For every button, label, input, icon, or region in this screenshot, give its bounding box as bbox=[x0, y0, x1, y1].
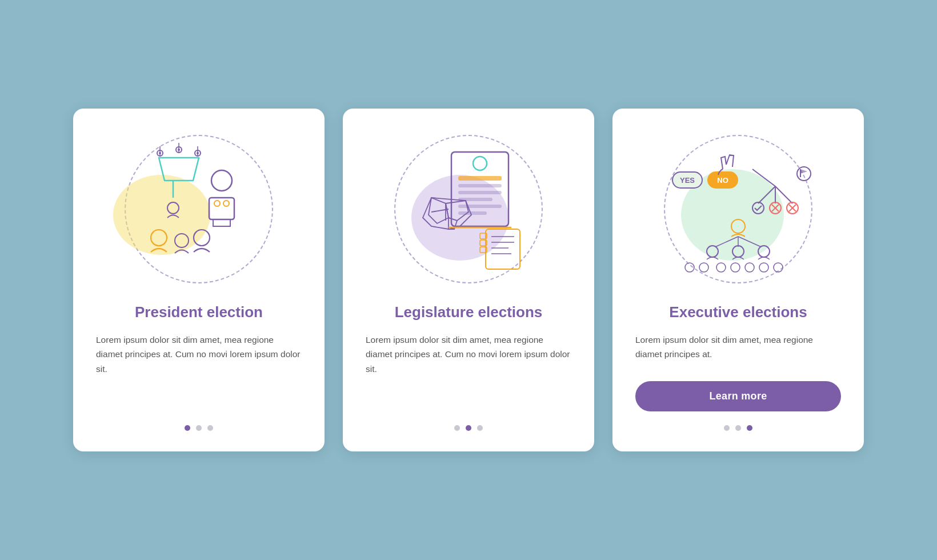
card-body-3: Lorem ipsum dolor sit dim amet, mea regi… bbox=[635, 333, 841, 362]
dot-3-1 bbox=[724, 425, 730, 431]
svg-point-15 bbox=[223, 201, 229, 206]
svg-point-65 bbox=[716, 263, 726, 272]
dots-indicator-1 bbox=[185, 419, 213, 431]
svg-point-56 bbox=[731, 219, 745, 233]
svg-point-69 bbox=[774, 263, 783, 272]
dot-1-1 bbox=[185, 425, 190, 431]
dot-2-2 bbox=[466, 425, 471, 431]
dot-1-2 bbox=[196, 425, 202, 431]
svg-rect-23 bbox=[458, 184, 502, 187]
svg-point-16 bbox=[151, 230, 167, 246]
svg-marker-0 bbox=[159, 158, 199, 181]
dot-3-3 bbox=[747, 425, 752, 431]
svg-line-59 bbox=[738, 237, 761, 247]
svg-line-57 bbox=[715, 237, 738, 247]
svg-point-62 bbox=[758, 246, 770, 257]
card-president-election: President election Lorem ipsum dolor sit… bbox=[73, 109, 325, 451]
illustration-legislature bbox=[366, 129, 571, 289]
svg-point-21 bbox=[473, 157, 487, 170]
svg-rect-20 bbox=[451, 152, 508, 226]
svg-point-53 bbox=[752, 202, 764, 214]
svg-point-19 bbox=[167, 202, 179, 214]
svg-rect-24 bbox=[458, 191, 502, 194]
svg-point-64 bbox=[699, 263, 708, 272]
svg-point-63 bbox=[685, 263, 694, 272]
svg-point-54 bbox=[797, 167, 811, 181]
svg-line-44 bbox=[775, 186, 792, 203]
svg-rect-30 bbox=[486, 229, 520, 269]
svg-point-67 bbox=[745, 263, 754, 272]
card-title-1: President election bbox=[135, 303, 263, 322]
svg-rect-27 bbox=[458, 211, 487, 215]
svg-rect-26 bbox=[458, 205, 502, 208]
executive-svg: YES NO bbox=[661, 141, 815, 278]
illustration-president bbox=[96, 129, 302, 289]
svg-line-46 bbox=[758, 186, 775, 203]
card-body-2: Lorem ipsum dolor sit dim amet, mea regi… bbox=[366, 333, 571, 408]
svg-point-68 bbox=[759, 263, 768, 272]
svg-point-60 bbox=[707, 246, 718, 257]
svg-point-66 bbox=[731, 263, 740, 272]
svg-point-61 bbox=[732, 246, 744, 257]
svg-text:YES: YES bbox=[680, 176, 695, 185]
legislature-svg bbox=[394, 141, 543, 278]
dots-indicator-3 bbox=[724, 419, 752, 431]
svg-rect-13 bbox=[213, 219, 230, 226]
svg-text:NO: NO bbox=[717, 176, 728, 185]
dot-3-2 bbox=[735, 425, 741, 431]
svg-point-17 bbox=[175, 234, 189, 247]
dot-1-3 bbox=[207, 425, 213, 431]
dot-2-3 bbox=[477, 425, 483, 431]
svg-point-14 bbox=[214, 201, 220, 206]
learn-more-button[interactable]: Learn more bbox=[635, 381, 841, 411]
svg-rect-22 bbox=[458, 176, 502, 181]
dot-2-1 bbox=[454, 425, 460, 431]
illustration-executive: YES NO bbox=[635, 129, 841, 289]
card-body-1: Lorem ipsum dolor sit dim amet, mea regi… bbox=[96, 333, 302, 408]
svg-rect-12 bbox=[209, 198, 234, 219]
card-legislature-elections: Legislature elections Lorem ipsum dolor … bbox=[343, 109, 594, 451]
dots-indicator-2 bbox=[454, 419, 483, 431]
card-title-2: Legislature elections bbox=[395, 303, 543, 322]
president-svg bbox=[125, 141, 273, 278]
svg-line-43 bbox=[752, 169, 775, 186]
svg-point-11 bbox=[211, 170, 232, 191]
cards-container: President election Lorem ipsum dolor sit… bbox=[50, 86, 887, 474]
card-executive-elections: YES NO bbox=[612, 109, 864, 451]
card-title-3: Executive elections bbox=[669, 303, 807, 322]
svg-point-18 bbox=[194, 230, 210, 246]
